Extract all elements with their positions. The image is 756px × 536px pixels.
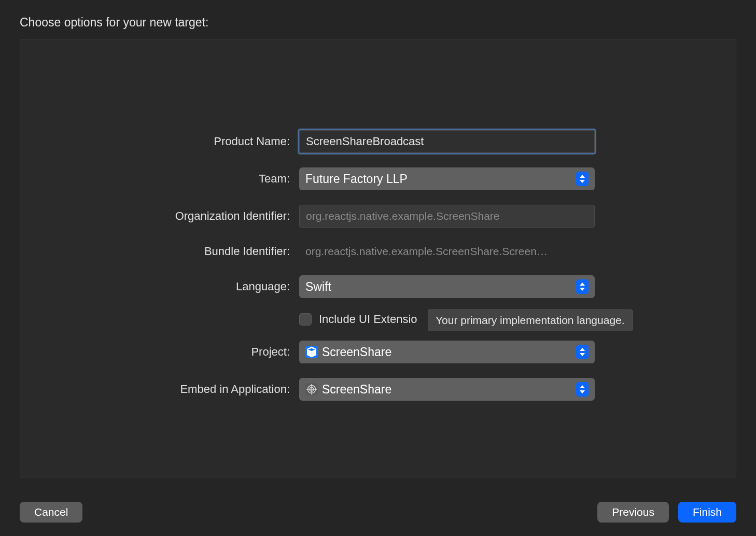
- row-bundle-id: Bundle Identifier: org.reactjs.native.ex…: [20, 242, 736, 261]
- language-value: Swift: [305, 280, 576, 294]
- row-project: Project: ScreenShare: [20, 341, 736, 363]
- label-bundle-id: Bundle Identifier:: [20, 245, 299, 258]
- team-value: Future Factory LLP: [305, 172, 576, 186]
- row-language: Language: Swift: [20, 275, 736, 298]
- label-project: Project:: [20, 345, 299, 359]
- project-value: ScreenShare: [322, 345, 391, 359]
- include-ui-checkbox[interactable]: [299, 313, 312, 326]
- team-popup[interactable]: Future Factory LLP: [299, 167, 595, 190]
- bundle-id-value: org.reactjs.native.example.ScreenShare.S…: [299, 242, 595, 261]
- app-target-icon: [305, 383, 318, 396]
- label-team: Team:: [20, 172, 299, 186]
- language-popup[interactable]: Swift: [299, 275, 595, 298]
- dialog-buttons: Cancel Previous Finish: [20, 502, 736, 523]
- language-tooltip: Your primary implementation language.: [428, 309, 633, 331]
- chevron-up-down-icon: [576, 382, 589, 397]
- project-popup[interactable]: ScreenShare: [299, 341, 595, 363]
- new-target-options-dialog: Choose options for your new target: Prod…: [0, 0, 756, 536]
- row-team: Team: Future Factory LLP: [20, 167, 736, 190]
- product-name-input[interactable]: [299, 130, 595, 153]
- label-org-id: Organization Identifier:: [20, 209, 299, 223]
- finish-button[interactable]: Finish: [678, 502, 736, 523]
- row-embed: Embed in Application: ScreenShare: [20, 378, 736, 401]
- cancel-button[interactable]: Cancel: [20, 502, 82, 523]
- label-include-ui: Include UI Extensio: [319, 313, 417, 326]
- row-org-id: Organization Identifier: org.reactjs.nat…: [20, 205, 736, 228]
- embed-app-popup[interactable]: ScreenShare: [299, 378, 595, 401]
- xcode-project-icon: [305, 346, 318, 358]
- embed-value: ScreenShare: [322, 383, 391, 397]
- label-language: Language:: [20, 280, 299, 293]
- org-id-value: org.reactjs.native.example.ScreenShare: [306, 210, 500, 222]
- options-form: Product Name: Team: Future Factory LLP O…: [20, 130, 736, 401]
- previous-button[interactable]: Previous: [597, 502, 669, 523]
- chevron-up-down-icon: [576, 345, 589, 359]
- options-panel: Product Name: Team: Future Factory LLP O…: [20, 39, 736, 477]
- row-include-ui: Include UI Extensio Your primary impleme…: [20, 313, 736, 326]
- row-product-name: Product Name:: [20, 130, 736, 153]
- org-id-input[interactable]: org.reactjs.native.example.ScreenShare: [299, 205, 595, 228]
- label-embed: Embed in Application:: [20, 383, 299, 396]
- chevron-up-down-icon: [576, 172, 589, 186]
- label-product-name: Product Name:: [20, 135, 299, 148]
- chevron-up-down-icon: [576, 279, 589, 294]
- dialog-title: Choose options for your new target:: [20, 16, 736, 30]
